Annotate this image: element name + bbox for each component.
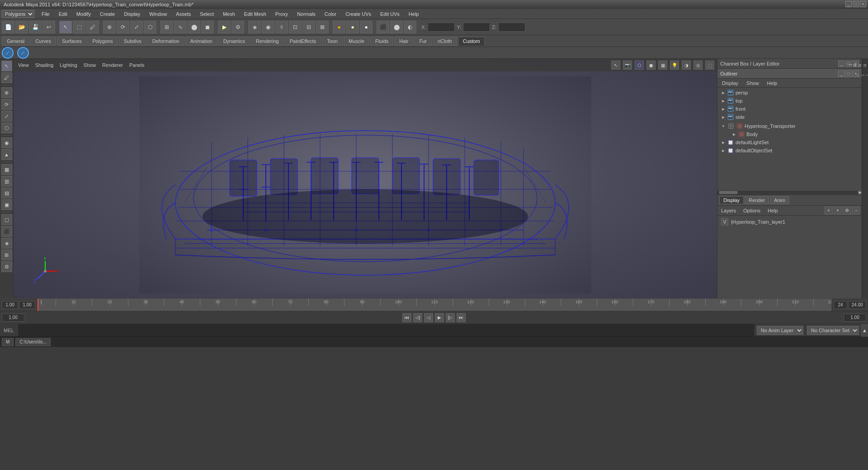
range-start-input[interactable]	[19, 301, 35, 309]
light-2[interactable]: ●	[346, 21, 359, 33]
tool-9[interactable]: ◐	[404, 21, 416, 33]
scene-time-warp[interactable]: ⊞	[1, 249, 12, 260]
menu-edit[interactable]: Edit	[57, 10, 69, 18]
expand-objectset[interactable]: ▶	[721, 148, 726, 153]
tool-5[interactable]: ⊟	[302, 21, 315, 33]
light-1[interactable]: ●	[333, 21, 345, 33]
tab-rendering[interactable]: Rendering	[251, 37, 284, 46]
expand-persp[interactable]: ▶	[721, 90, 726, 95]
expand-lightset[interactable]: ▶	[721, 140, 726, 145]
menu-select[interactable]: Select	[198, 10, 216, 18]
vp-shadow-btn[interactable]: ◑	[682, 61, 691, 70]
z-input[interactable]	[498, 23, 525, 32]
range-end-input[interactable]	[834, 301, 847, 309]
tool-4[interactable]: ⊡	[289, 21, 302, 33]
taskbar-maya[interactable]: M	[2, 338, 14, 346]
tab-animation[interactable]: Animation	[185, 37, 217, 46]
tool-1[interactable]: ◈	[248, 21, 261, 33]
vp-select-btn[interactable]: ↖	[611, 61, 620, 70]
component-editor[interactable]: ▦	[1, 164, 12, 175]
snap-surface-button[interactable]: ◼	[201, 21, 214, 33]
char-set-select[interactable]: No Character Set	[807, 326, 859, 335]
outliner-item-side[interactable]: ▶ 📷 side	[717, 113, 862, 121]
outliner-menu-display[interactable]: Display	[720, 80, 740, 87]
tab-polygons[interactable]: Polygons	[87, 37, 118, 46]
outliner-menu-help[interactable]: Help	[765, 80, 779, 87]
viewport[interactable]: View Shading Lighting Show Renderer Pane…	[14, 59, 717, 298]
tool-3[interactable]: ◊	[275, 21, 288, 33]
outliner-menu-show[interactable]: Show	[745, 80, 761, 87]
tab-hair[interactable]: Hair	[394, 37, 413, 46]
outliner-restore-btn[interactable]: □	[845, 70, 852, 77]
menu-normals[interactable]: Normals	[295, 10, 317, 18]
vp-menu-view[interactable]: View	[16, 61, 31, 69]
menu-edit-mesh[interactable]: Edit Mesh	[242, 10, 268, 18]
render-settings-button[interactable]: ⚙	[231, 21, 244, 33]
step-back-btn[interactable]: ◁|	[413, 313, 422, 322]
current-frame-input[interactable]	[2, 314, 24, 322]
menu-file[interactable]: File	[40, 10, 52, 18]
tab-general[interactable]: General	[2, 37, 29, 46]
vp-smooth-btn[interactable]: ◼	[646, 61, 656, 70]
tool-7[interactable]: ⬛	[377, 21, 389, 33]
step-fwd-btn[interactable]: |▷	[446, 313, 455, 322]
scale-tool[interactable]: ⤢	[1, 111, 12, 122]
panel-minimize-btn[interactable]: _	[838, 61, 844, 67]
anim-end-input[interactable]	[848, 301, 866, 309]
attribute-spread[interactable]: ▥	[1, 176, 12, 187]
snap-grid-button[interactable]: ⊞	[160, 21, 173, 33]
vp-menu-panels[interactable]: Panels	[127, 61, 146, 69]
tab-muscle[interactable]: Muscle	[344, 37, 369, 46]
select-tool-button[interactable]: ↖	[59, 21, 72, 33]
universal-manip[interactable]: ⬡	[1, 122, 12, 133]
tool-8[interactable]: ⬤	[390, 21, 403, 33]
outliner-item-top[interactable]: ▶ 📷 top	[717, 97, 862, 105]
tab-toon[interactable]: Toon	[322, 37, 343, 46]
outliner-minimize-btn[interactable]: _	[838, 70, 844, 77]
tab-custom[interactable]: Custom	[458, 37, 485, 46]
new-scene-button[interactable]: 📄	[2, 21, 14, 33]
vp-wireframe-btn[interactable]: ⬡	[635, 61, 644, 70]
tab-subdivs[interactable]: Subdivs	[119, 37, 146, 46]
render-current-button[interactable]: ▶	[218, 21, 231, 33]
cb-tab-render[interactable]: Render	[745, 196, 769, 204]
scale-tool-button[interactable]: ⤢	[130, 21, 143, 33]
save-scene-button[interactable]: 💾	[29, 21, 42, 33]
hscroll-thumb[interactable]	[719, 191, 737, 194]
lasso-select-button[interactable]: ⬚	[73, 21, 85, 33]
menu-help[interactable]: Help	[407, 10, 421, 18]
menu-edit-uvs[interactable]: Edit UVs	[378, 10, 401, 18]
cb-delete-layer-btn[interactable]: ×	[834, 207, 842, 215]
undo-button[interactable]: ↩	[42, 21, 55, 33]
select-tool[interactable]: ↖	[1, 61, 12, 71]
vp-menu-shading[interactable]: Shading	[33, 61, 55, 69]
open-scene-button[interactable]: 📂	[15, 21, 28, 33]
menu-color[interactable]: Color	[323, 10, 338, 18]
expand-top[interactable]: ▶	[721, 99, 726, 103]
expand-hyperloop[interactable]: ▼	[721, 124, 726, 128]
taskbar-project[interactable]: C:\Users\lis...	[15, 338, 50, 346]
timeline-ruler[interactable]: 1102030405060708090100110120130140150160…	[38, 298, 831, 311]
vp-isolate-btn[interactable]: ◎	[693, 61, 703, 70]
scroll-right-btn[interactable]: ▶	[858, 191, 862, 194]
universal-manipulator-button[interactable]: ⬡	[144, 21, 156, 33]
menu-create[interactable]: Create	[98, 10, 117, 18]
expand-body[interactable]: ▶	[732, 132, 736, 136]
vp-menu-lighting[interactable]: Lighting	[58, 61, 79, 69]
outliner-hscroll[interactable]: ▶	[717, 191, 862, 194]
minimize-button[interactable]: _	[845, 1, 852, 7]
paint-select-tool[interactable]: 🖊	[1, 72, 12, 83]
connection-editor[interactable]: ▤	[1, 188, 12, 198]
outliner-item-front[interactable]: ▶ 📷 front	[717, 105, 862, 113]
menu-proxy[interactable]: Proxy	[274, 10, 290, 18]
cb-sub-layers[interactable]: Layers	[719, 207, 738, 214]
maximize-button[interactable]: □	[853, 1, 859, 7]
tab-dynamics[interactable]: Dynamics	[218, 37, 250, 46]
snap-point-button[interactable]: ⬤	[188, 21, 200, 33]
rotate-tool[interactable]: ⟳	[1, 99, 12, 110]
outliner-item-default-object-set[interactable]: ▶ ⬜ defaultObjectSet	[717, 146, 862, 155]
soft-mod-tool[interactable]: ◉	[1, 137, 12, 148]
go-to-end-btn[interactable]: ⏭	[457, 313, 466, 322]
go-to-start-btn[interactable]: ⏮	[402, 313, 411, 322]
cb-arrow-btn[interactable]: →	[852, 207, 860, 215]
